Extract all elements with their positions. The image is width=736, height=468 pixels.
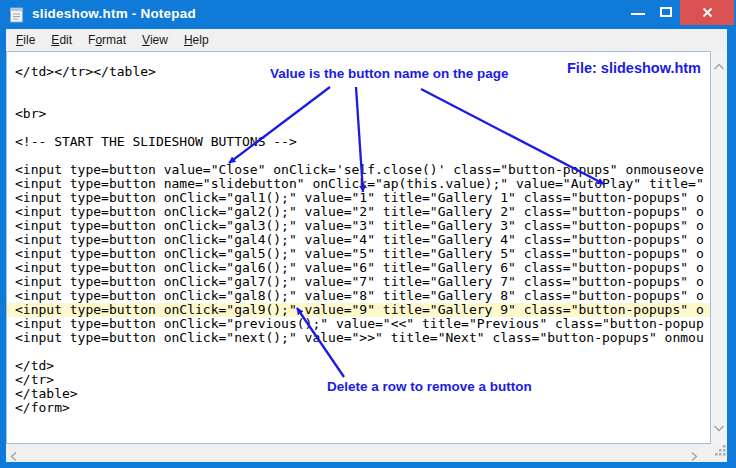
code-line-highlighted: <input type=button onClick="gal9();" val… — [7, 303, 710, 317]
code-line — [7, 149, 710, 163]
menu-item-format[interactable]: Format — [80, 29, 134, 51]
scroll-down-icon[interactable] — [713, 418, 725, 436]
code-line: <input type=button value="Close" onClick… — [7, 163, 710, 177]
code-line — [7, 93, 710, 107]
title-bar[interactable]: slideshow.htm - Notepad — [0, 0, 736, 29]
code-line — [7, 345, 710, 359]
scroll-left-icon[interactable] — [10, 448, 18, 466]
scroll-right-icon[interactable] — [690, 448, 698, 466]
code-line: <input type=button onClick="previous();"… — [7, 317, 710, 331]
vertical-scrollbar[interactable] — [711, 51, 727, 444]
notepad-window: slideshow.htm - Notepad FileEditFormatVi… — [0, 0, 736, 468]
code-line: <input type=button onClick="gal6();" val… — [7, 261, 710, 275]
menu-item-file[interactable]: File — [8, 29, 43, 51]
code-line: <input type=button onClick="gal2();" val… — [7, 205, 710, 219]
code-line: </tr> — [7, 373, 710, 387]
resize-grip-icon[interactable] — [714, 443, 727, 461]
window-title: slideshow.htm - Notepad — [32, 6, 196, 21]
code-line: </td></tr></table> — [7, 65, 710, 79]
code-line: <input type=button onClick="gal1();" val… — [7, 191, 710, 205]
close-button[interactable] — [680, 0, 734, 25]
code-line: <br> — [7, 107, 710, 121]
menu-item-edit[interactable]: Edit — [43, 29, 80, 51]
code-line — [7, 79, 710, 93]
code-line: </form> — [7, 401, 710, 415]
code-line — [7, 121, 710, 135]
code-line: <input type=button onClick="gal7();" val… — [7, 275, 710, 289]
code-line: <input type=button onClick="gal3();" val… — [7, 219, 710, 233]
horizontal-scrollbar[interactable] — [6, 444, 727, 462]
code-line: <input type=button onClick="gal8();" val… — [7, 289, 710, 303]
code-line: </table> — [7, 387, 710, 401]
editor-text-area[interactable]: </td></tr></table><br><!-- START THE SLI… — [6, 51, 711, 444]
code-line: <!-- START THE SLIDESHOW BUTTONS --> — [7, 135, 710, 149]
code-line: </td> — [7, 359, 710, 373]
window-controls — [624, 0, 734, 26]
code-line: <input type=button onClick="next();" val… — [7, 331, 710, 345]
close-icon — [702, 7, 713, 18]
menu-item-help[interactable]: Help — [176, 29, 217, 51]
menu-bar: FileEditFormatViewHelp — [6, 29, 727, 51]
code-line: <input type=button onClick="gal5();" val… — [7, 247, 710, 261]
notepad-app-icon — [9, 6, 24, 23]
code-line: <input type=button name="slidebutton" on… — [7, 177, 710, 191]
menu-item-view[interactable]: View — [134, 29, 176, 51]
code-line: <input type=button onClick="gal4();" val… — [7, 233, 710, 247]
minimize-button[interactable] — [624, 0, 652, 26]
scroll-up-icon[interactable] — [713, 57, 725, 75]
maximize-icon — [660, 7, 672, 17]
maximize-button[interactable] — [652, 0, 680, 26]
minimize-icon — [631, 13, 645, 15]
